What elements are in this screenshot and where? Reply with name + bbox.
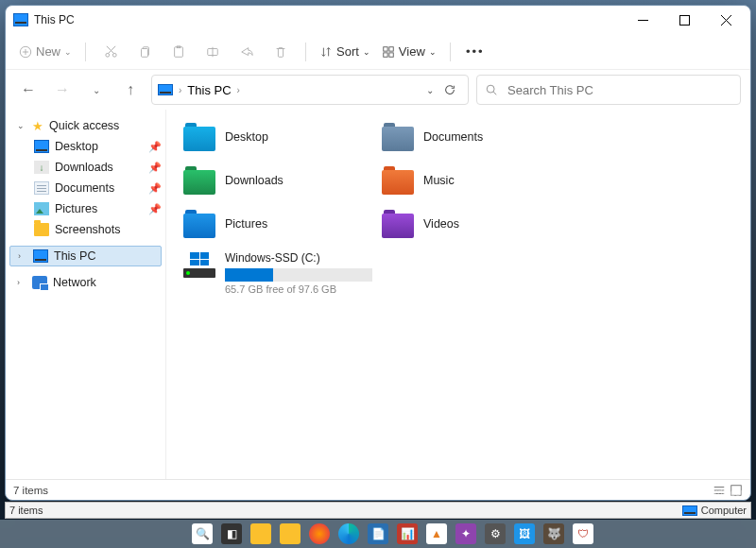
share-button[interactable] — [232, 39, 262, 65]
taskbar-edge[interactable] — [335, 522, 363, 546]
share-icon — [240, 45, 253, 59]
this-pc-label: This PC — [54, 249, 95, 263]
folder-downloads[interactable]: ↓Downloads — [183, 163, 372, 198]
sidebar-item-documents[interactable]: Documents📌 — [6, 178, 165, 198]
computer-label: Computer — [701, 505, 747, 516]
more-button[interactable]: ••• — [460, 39, 490, 65]
new-button[interactable]: New ⌄ — [15, 39, 76, 65]
downloads-icon — [34, 161, 49, 174]
address-bar[interactable]: › This PC › ⌄ — [151, 75, 469, 105]
this-pc-icon — [13, 13, 28, 26]
minimize-button[interactable] — [622, 6, 663, 34]
taskbar-app[interactable] — [276, 522, 304, 546]
folder-videos[interactable]: ▶Videos — [382, 206, 571, 242]
quick-access-label: Quick access — [49, 119, 119, 132]
chevron-down-icon: ⌄ — [17, 121, 26, 130]
folder-label: Desktop — [225, 130, 268, 144]
taskbar[interactable]: 🔍 ◧ 📄 📊 ▲ ✦ ⚙ 🖼 🐺 🛡 — [0, 520, 756, 548]
chevron-right-icon: › — [179, 85, 181, 95]
taskbar-app[interactable]: 🖼 — [510, 522, 539, 546]
sidebar-item-this-pc[interactable]: › This PC — [9, 246, 162, 266]
details-view-icon[interactable] — [713, 484, 726, 497]
folder-label: Pictures — [225, 217, 267, 231]
rename-button[interactable] — [198, 39, 228, 65]
taskbar-writer[interactable]: 📄 — [364, 522, 392, 546]
refresh-icon[interactable] — [443, 83, 456, 96]
address-crumb[interactable]: This PC — [187, 83, 231, 97]
sidebar-item-network[interactable]: › Network — [6, 272, 165, 293]
folder-desktop[interactable]: Desktop — [183, 119, 372, 155]
star-icon: ★ — [32, 119, 43, 133]
folder-icon: ▶ — [382, 210, 414, 238]
chevron-down-icon: ⌄ — [64, 47, 72, 57]
chevron-down-icon[interactable]: ⌄ — [426, 85, 434, 95]
this-pc-icon — [158, 84, 173, 95]
svg-rect-19 — [389, 52, 393, 56]
sidebar-item-screenshots[interactable]: Screenshots — [6, 219, 165, 240]
drive-item[interactable]: Windows-SSD (C:) 65.7 GB free of 97.6 GB — [183, 251, 372, 295]
folder-pictures[interactable]: ▲Pictures — [183, 206, 372, 242]
chevron-down-icon: ⌄ — [429, 47, 437, 57]
search-box[interactable] — [476, 75, 741, 105]
taskbar-explorer[interactable] — [247, 522, 275, 546]
folder-icon: ▲ — [183, 210, 215, 238]
computer-icon — [682, 505, 697, 516]
folder-label: Videos — [423, 217, 459, 231]
delete-button[interactable] — [266, 39, 296, 65]
taskbar-vlc[interactable]: ▲ — [422, 522, 451, 546]
folder-icon — [183, 123, 215, 151]
taskbar-app[interactable]: 🛡 — [569, 522, 597, 546]
taskbar-search[interactable]: 🔍 — [188, 522, 216, 546]
plus-circle-icon — [19, 45, 32, 59]
thumbnails-view-icon[interactable] — [730, 484, 743, 497]
content-pane[interactable]: Desktop≡Documents↓Downloads♪Music▲Pictur… — [166, 110, 750, 479]
folder-label: Downloads — [225, 174, 284, 187]
sort-button[interactable]: Sort ⌄ — [316, 39, 374, 65]
paste-button[interactable] — [163, 39, 194, 65]
sidebar-item-downloads[interactable]: Downloads📌 — [6, 157, 165, 178]
view-icon — [382, 45, 395, 59]
folder-music[interactable]: ♪Music — [382, 163, 571, 198]
search-input[interactable] — [506, 82, 732, 98]
cut-button[interactable] — [95, 39, 126, 65]
drive-free-text: 65.7 GB free of 97.6 GB — [225, 283, 372, 295]
sidebar-item-pictures[interactable]: Pictures📌 — [6, 198, 165, 219]
forward-button[interactable]: → — [49, 77, 76, 103]
svg-rect-18 — [384, 52, 387, 56]
sidebar-item-quick-access[interactable]: ⌄ ★ Quick access — [6, 115, 165, 136]
taskbar-impress[interactable]: 📊 — [393, 522, 421, 546]
folder-documents[interactable]: ≡Documents — [382, 119, 571, 155]
maximize-button[interactable] — [663, 6, 705, 34]
folder-icon: ↓ — [183, 166, 215, 195]
desktop-icon — [34, 140, 49, 153]
file-explorer-window: This PC New ⌄ Sort ⌄ View ⌄ ••• — [5, 5, 751, 501]
navigation-row: ← → ⌄ ↑ › This PC › ⌄ — [6, 70, 750, 110]
view-label: View — [399, 44, 425, 59]
divider — [450, 43, 451, 61]
copy-button[interactable] — [129, 39, 160, 65]
trash-icon — [274, 45, 287, 59]
scissors-icon — [104, 44, 118, 59]
svg-rect-1 — [679, 15, 689, 25]
recent-button[interactable]: ⌄ — [83, 77, 110, 103]
svg-rect-12 — [175, 46, 183, 57]
taskbar-firefox[interactable] — [305, 522, 334, 546]
folder-label: Documents — [423, 130, 483, 144]
taskbar-app[interactable]: ✦ — [452, 522, 480, 546]
pin-icon: 📌 — [148, 162, 162, 174]
up-button[interactable]: ↑ — [117, 77, 144, 103]
close-button[interactable] — [705, 6, 747, 34]
start-button[interactable] — [159, 522, 187, 546]
view-button[interactable]: View ⌄ — [378, 39, 440, 65]
taskbar-settings[interactable]: ⚙ — [481, 522, 509, 546]
rename-icon — [206, 45, 219, 59]
folder-icon: ≡ — [382, 123, 414, 151]
sidebar-item-desktop[interactable]: Desktop📌 — [6, 136, 165, 157]
taskbar-task-view[interactable]: ◧ — [217, 522, 246, 546]
chevron-right-icon: › — [237, 85, 240, 95]
titlebar[interactable]: This PC — [6, 6, 750, 34]
pin-icon: 📌 — [148, 182, 162, 195]
chevron-right-icon: › — [18, 251, 27, 261]
back-button[interactable]: ← — [15, 77, 42, 103]
taskbar-gimp[interactable]: 🐺 — [540, 522, 568, 546]
